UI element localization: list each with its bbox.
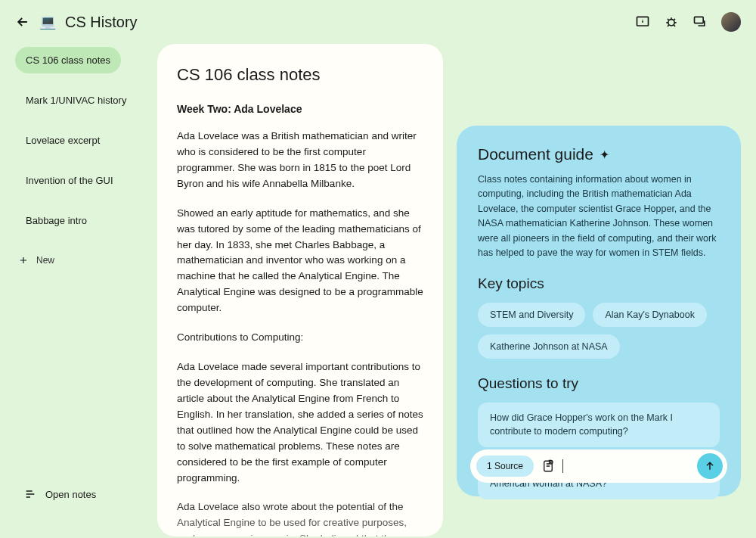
attach-doc-icon[interactable] [541, 459, 555, 473]
text-cursor[interactable] [562, 459, 563, 473]
document-panel: CS 106 class notes Week Two: Ada Lovelac… [157, 44, 443, 536]
bug-icon[interactable] [664, 14, 679, 30]
sidebar-item-mark1[interactable]: Mark 1/UNIVAC history [15, 87, 144, 114]
document-title: CS 106 class notes [177, 65, 423, 85]
sidebar-item-lovelace[interactable]: Lovelace excerpt [15, 127, 144, 154]
sidebar-item-gui[interactable]: Invention of the GUI [15, 167, 144, 194]
guide-description: Class notes containing information about… [478, 173, 720, 260]
comment-icon[interactable] [635, 14, 650, 30]
open-notes-button[interactable]: Open notes [24, 488, 96, 500]
questions-heading: Questions to try [478, 375, 720, 392]
send-button[interactable] [697, 453, 723, 479]
arrow-up-icon [704, 460, 716, 472]
back-arrow-icon[interactable] [15, 14, 30, 30]
sidebar-item-cs106[interactable]: CS 106 class notes [15, 47, 121, 73]
topic-chip[interactable]: STEM and Diversity [478, 303, 585, 327]
question-item[interactable]: How did Grace Hopper's work on the Mark … [478, 403, 720, 447]
header-left: 💻 CS History [15, 14, 138, 31]
guide-panel: Document guide ✦ Class notes containing … [457, 126, 741, 496]
chat-input-bar: 1 Source [470, 449, 727, 483]
laptop-icon: 💻 [39, 14, 56, 30]
page-title: CS History [65, 14, 138, 31]
document-section-title: Week Two: Ada Lovelace [177, 103, 423, 115]
plus-icon [18, 255, 29, 266]
main: CS 106 class notes Mark 1/UNIVAC history… [0, 44, 756, 536]
guide-title: Document guide ✦ [478, 145, 720, 163]
list-icon [24, 488, 36, 500]
avatar[interactable] [721, 12, 741, 32]
key-topics-heading: Key topics [478, 275, 720, 292]
new-button[interactable]: New [15, 247, 144, 273]
sparkle-icon: ✦ [600, 148, 609, 162]
topic-chip[interactable]: Katherine Johnson at NASA [478, 334, 620, 359]
header-right [635, 12, 741, 32]
sidebar-item-babbage[interactable]: Babbage intro [15, 207, 144, 234]
guide-title-text: Document guide [478, 145, 593, 163]
svg-rect-2 [695, 17, 704, 23]
document-paragraph: Ada Lovelace made several important cont… [177, 359, 423, 486]
document-paragraph: Ada Lovelace was a British mathematician… [177, 129, 423, 192]
open-notes-label: Open notes [45, 489, 96, 500]
header: 💻 CS History [0, 0, 756, 44]
new-label: New [36, 255, 54, 266]
topic-chips: STEM and Diversity Alan Kay's Dynabook K… [478, 303, 720, 359]
topic-chip[interactable]: Alan Kay's Dynabook [593, 303, 706, 327]
document-paragraph: Contributions to Computing: [177, 330, 423, 346]
document-paragraph: Showed an early aptitude for mathematics… [177, 206, 423, 316]
chat-icon[interactable] [692, 14, 708, 30]
sidebar: CS 106 class notes Mark 1/UNIVAC history… [15, 44, 144, 536]
source-chip[interactable]: 1 Source [476, 456, 534, 477]
svg-point-1 [668, 20, 674, 26]
document-paragraph: Ada Lovelace also wrote about the potent… [177, 499, 423, 536]
